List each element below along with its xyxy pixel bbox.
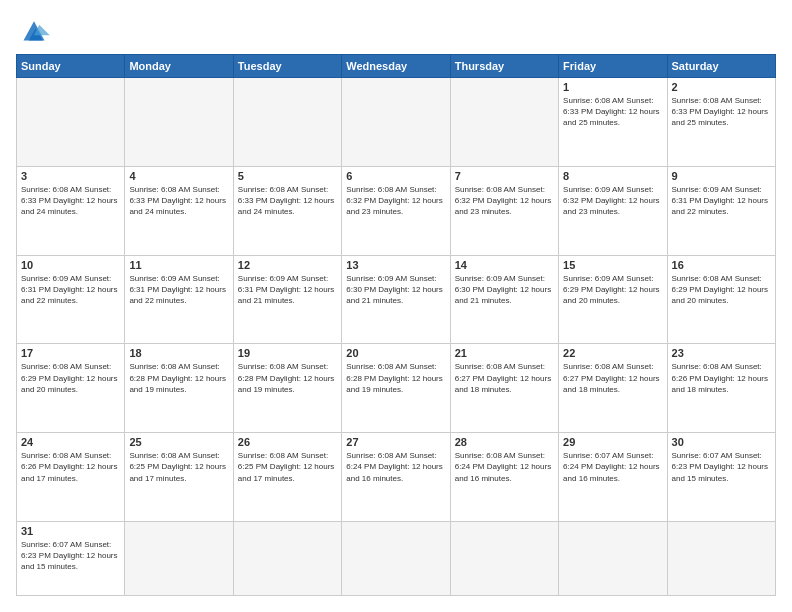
day-number: 28 — [455, 436, 554, 448]
calendar-day-cell: 2Sunrise: 6:08 AM Sunset: 6:33 PM Daylig… — [667, 78, 775, 167]
header — [16, 16, 776, 44]
calendar-day-cell: 31Sunrise: 6:07 AM Sunset: 6:23 PM Dayli… — [17, 521, 125, 595]
day-number: 9 — [672, 170, 771, 182]
day-info: Sunrise: 6:09 AM Sunset: 6:31 PM Dayligh… — [238, 273, 337, 307]
day-info: Sunrise: 6:08 AM Sunset: 6:24 PM Dayligh… — [346, 450, 445, 484]
day-number: 6 — [346, 170, 445, 182]
calendar-day-cell: 20Sunrise: 6:08 AM Sunset: 6:28 PM Dayli… — [342, 344, 450, 433]
day-info: Sunrise: 6:08 AM Sunset: 6:33 PM Dayligh… — [238, 184, 337, 218]
day-info: Sunrise: 6:08 AM Sunset: 6:33 PM Dayligh… — [563, 95, 662, 129]
day-number: 26 — [238, 436, 337, 448]
calendar-day-cell: 15Sunrise: 6:09 AM Sunset: 6:29 PM Dayli… — [559, 255, 667, 344]
calendar-day-cell: 18Sunrise: 6:08 AM Sunset: 6:28 PM Dayli… — [125, 344, 233, 433]
calendar-day-cell: 5Sunrise: 6:08 AM Sunset: 6:33 PM Daylig… — [233, 166, 341, 255]
calendar-day-cell: 7Sunrise: 6:08 AM Sunset: 6:32 PM Daylig… — [450, 166, 558, 255]
day-info: Sunrise: 6:08 AM Sunset: 6:27 PM Dayligh… — [455, 361, 554, 395]
day-number: 17 — [21, 347, 120, 359]
day-info: Sunrise: 6:09 AM Sunset: 6:31 PM Dayligh… — [672, 184, 771, 218]
day-number: 24 — [21, 436, 120, 448]
day-number: 13 — [346, 259, 445, 271]
weekday-header-thursday: Thursday — [450, 55, 558, 78]
calendar-day-cell: 28Sunrise: 6:08 AM Sunset: 6:24 PM Dayli… — [450, 433, 558, 522]
day-info: Sunrise: 6:08 AM Sunset: 6:25 PM Dayligh… — [238, 450, 337, 484]
day-info: Sunrise: 6:07 AM Sunset: 6:23 PM Dayligh… — [21, 539, 120, 573]
day-number: 20 — [346, 347, 445, 359]
page: SundayMondayTuesdayWednesdayThursdayFrid… — [0, 0, 792, 612]
day-number: 15 — [563, 259, 662, 271]
weekday-header-sunday: Sunday — [17, 55, 125, 78]
day-number: 21 — [455, 347, 554, 359]
calendar-day-cell: 17Sunrise: 6:08 AM Sunset: 6:29 PM Dayli… — [17, 344, 125, 433]
day-number: 14 — [455, 259, 554, 271]
day-info: Sunrise: 6:07 AM Sunset: 6:24 PM Dayligh… — [563, 450, 662, 484]
calendar-day-cell — [450, 78, 558, 167]
day-number: 12 — [238, 259, 337, 271]
day-number: 30 — [672, 436, 771, 448]
day-info: Sunrise: 6:08 AM Sunset: 6:24 PM Dayligh… — [455, 450, 554, 484]
calendar-day-cell: 19Sunrise: 6:08 AM Sunset: 6:28 PM Dayli… — [233, 344, 341, 433]
weekday-header-wednesday: Wednesday — [342, 55, 450, 78]
day-info: Sunrise: 6:09 AM Sunset: 6:31 PM Dayligh… — [129, 273, 228, 307]
day-info: Sunrise: 6:08 AM Sunset: 6:32 PM Dayligh… — [455, 184, 554, 218]
calendar-day-cell: 25Sunrise: 6:08 AM Sunset: 6:25 PM Dayli… — [125, 433, 233, 522]
day-number: 8 — [563, 170, 662, 182]
calendar-day-cell: 11Sunrise: 6:09 AM Sunset: 6:31 PM Dayli… — [125, 255, 233, 344]
day-info: Sunrise: 6:08 AM Sunset: 6:26 PM Dayligh… — [672, 361, 771, 395]
calendar-table: SundayMondayTuesdayWednesdayThursdayFrid… — [16, 54, 776, 596]
weekday-header-monday: Monday — [125, 55, 233, 78]
calendar-day-cell: 24Sunrise: 6:08 AM Sunset: 6:26 PM Dayli… — [17, 433, 125, 522]
calendar-day-cell — [342, 521, 450, 595]
calendar-week-row: 24Sunrise: 6:08 AM Sunset: 6:26 PM Dayli… — [17, 433, 776, 522]
day-info: Sunrise: 6:08 AM Sunset: 6:33 PM Dayligh… — [672, 95, 771, 129]
day-info: Sunrise: 6:09 AM Sunset: 6:31 PM Dayligh… — [21, 273, 120, 307]
day-number: 19 — [238, 347, 337, 359]
calendar-day-cell: 9Sunrise: 6:09 AM Sunset: 6:31 PM Daylig… — [667, 166, 775, 255]
day-number: 18 — [129, 347, 228, 359]
day-number: 3 — [21, 170, 120, 182]
logo-icon — [16, 16, 52, 44]
day-number: 22 — [563, 347, 662, 359]
day-number: 27 — [346, 436, 445, 448]
logo — [16, 16, 56, 44]
calendar-week-row: 3Sunrise: 6:08 AM Sunset: 6:33 PM Daylig… — [17, 166, 776, 255]
day-info: Sunrise: 6:08 AM Sunset: 6:33 PM Dayligh… — [129, 184, 228, 218]
weekday-header-tuesday: Tuesday — [233, 55, 341, 78]
calendar-day-cell: 1Sunrise: 6:08 AM Sunset: 6:33 PM Daylig… — [559, 78, 667, 167]
day-number: 10 — [21, 259, 120, 271]
day-info: Sunrise: 6:09 AM Sunset: 6:29 PM Dayligh… — [563, 273, 662, 307]
calendar-day-cell: 8Sunrise: 6:09 AM Sunset: 6:32 PM Daylig… — [559, 166, 667, 255]
day-info: Sunrise: 6:08 AM Sunset: 6:32 PM Dayligh… — [346, 184, 445, 218]
calendar-day-cell: 6Sunrise: 6:08 AM Sunset: 6:32 PM Daylig… — [342, 166, 450, 255]
calendar-week-row: 17Sunrise: 6:08 AM Sunset: 6:29 PM Dayli… — [17, 344, 776, 433]
day-info: Sunrise: 6:08 AM Sunset: 6:29 PM Dayligh… — [21, 361, 120, 395]
day-info: Sunrise: 6:08 AM Sunset: 6:28 PM Dayligh… — [238, 361, 337, 395]
calendar-day-cell: 27Sunrise: 6:08 AM Sunset: 6:24 PM Dayli… — [342, 433, 450, 522]
calendar-day-cell — [233, 78, 341, 167]
calendar-week-row: 31Sunrise: 6:07 AM Sunset: 6:23 PM Dayli… — [17, 521, 776, 595]
calendar-day-cell: 26Sunrise: 6:08 AM Sunset: 6:25 PM Dayli… — [233, 433, 341, 522]
calendar-week-row: 10Sunrise: 6:09 AM Sunset: 6:31 PM Dayli… — [17, 255, 776, 344]
calendar-day-cell — [559, 521, 667, 595]
calendar-day-cell — [17, 78, 125, 167]
weekday-header-friday: Friday — [559, 55, 667, 78]
calendar-day-cell — [342, 78, 450, 167]
calendar-day-cell: 22Sunrise: 6:08 AM Sunset: 6:27 PM Dayli… — [559, 344, 667, 433]
calendar-day-cell: 30Sunrise: 6:07 AM Sunset: 6:23 PM Dayli… — [667, 433, 775, 522]
calendar-day-cell — [667, 521, 775, 595]
day-info: Sunrise: 6:08 AM Sunset: 6:25 PM Dayligh… — [129, 450, 228, 484]
calendar-day-cell: 23Sunrise: 6:08 AM Sunset: 6:26 PM Dayli… — [667, 344, 775, 433]
calendar-day-cell: 13Sunrise: 6:09 AM Sunset: 6:30 PM Dayli… — [342, 255, 450, 344]
day-info: Sunrise: 6:08 AM Sunset: 6:27 PM Dayligh… — [563, 361, 662, 395]
calendar-day-cell — [233, 521, 341, 595]
day-number: 23 — [672, 347, 771, 359]
day-info: Sunrise: 6:08 AM Sunset: 6:33 PM Dayligh… — [21, 184, 120, 218]
day-info: Sunrise: 6:08 AM Sunset: 6:28 PM Dayligh… — [129, 361, 228, 395]
calendar-day-cell: 4Sunrise: 6:08 AM Sunset: 6:33 PM Daylig… — [125, 166, 233, 255]
calendar-week-row: 1Sunrise: 6:08 AM Sunset: 6:33 PM Daylig… — [17, 78, 776, 167]
day-number: 4 — [129, 170, 228, 182]
day-number: 31 — [21, 525, 120, 537]
calendar-day-cell: 3Sunrise: 6:08 AM Sunset: 6:33 PM Daylig… — [17, 166, 125, 255]
day-number: 1 — [563, 81, 662, 93]
day-info: Sunrise: 6:08 AM Sunset: 6:26 PM Dayligh… — [21, 450, 120, 484]
calendar-day-cell — [450, 521, 558, 595]
